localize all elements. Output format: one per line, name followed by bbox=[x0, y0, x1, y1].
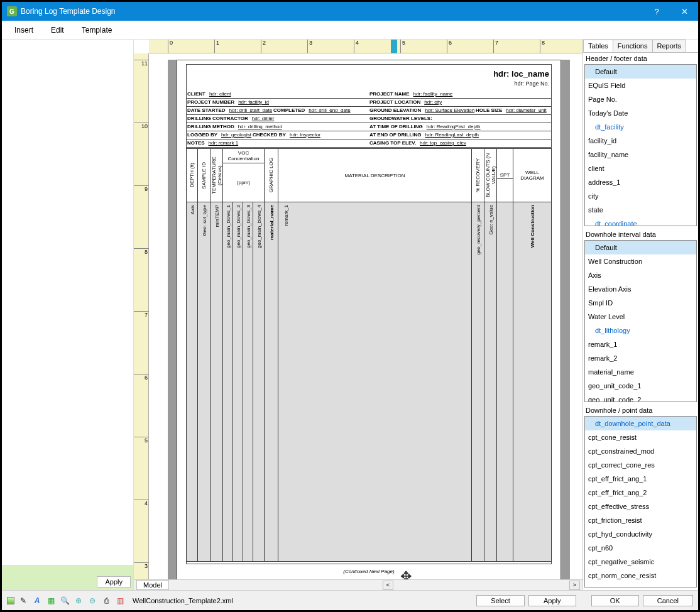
list-item[interactable]: cpt_eff_frict_ang_2 bbox=[585, 486, 696, 500]
header-loc-name: hdr: loc_name bbox=[493, 69, 549, 79]
window-title: Boring Log Template Design bbox=[21, 7, 643, 16]
column-headers: DEPTH (ft) SAMPLE ID TEMPERATURE (Celsiu… bbox=[186, 148, 552, 202]
list-item[interactable]: remark_1 bbox=[585, 337, 696, 351]
list-item[interactable]: state bbox=[585, 203, 696, 217]
model-tab[interactable]: Model bbox=[136, 580, 169, 590]
tab-reports[interactable]: Reports bbox=[652, 40, 687, 52]
list-item[interactable]: cpt_cone_resist bbox=[585, 430, 696, 444]
titlebar: G Boring Log Template Design ? ✕ bbox=[2, 2, 698, 21]
list-item[interactable]: remark_2 bbox=[585, 351, 696, 365]
ruler-vertical: 11109876543 bbox=[134, 53, 149, 579]
cursor-crosshair: ✥ bbox=[400, 569, 412, 579]
list-item[interactable]: EQuIS Field bbox=[585, 79, 696, 92]
panel-title-dp: Downhole / point data bbox=[583, 405, 698, 416]
list-item[interactable]: client bbox=[585, 161, 696, 175]
apply-button[interactable]: Apply bbox=[528, 595, 576, 606]
list-item[interactable]: dt_lithology bbox=[585, 324, 696, 337]
tool-zoom-icon[interactable]: 🔍 bbox=[60, 596, 70, 606]
help-button[interactable]: ? bbox=[643, 2, 670, 21]
log-body: Axis Geo: sol_type minTEMP geo_main_blow… bbox=[186, 202, 552, 562]
list-item[interactable]: Well Construction bbox=[585, 254, 696, 268]
menu-edit[interactable]: Edit bbox=[42, 23, 73, 37]
list-item[interactable]: dt_coordinate bbox=[585, 217, 696, 226]
template-page[interactable]: hdr: loc_name hdr: Page No. CLIENThdr: c… bbox=[177, 60, 561, 579]
list-item[interactable]: material_name bbox=[585, 365, 696, 379]
header-page-no: hdr: Page No. bbox=[514, 80, 549, 87]
list-item[interactable]: Default bbox=[585, 241, 696, 254]
filename-label: WellConstruction_Template2.xml bbox=[133, 597, 233, 604]
list-item[interactable]: cpt_hyd_conductivity bbox=[585, 527, 696, 541]
panel-title-hf: Header / footer data bbox=[583, 53, 698, 64]
list-item[interactable]: cpt_norm_cone_resist bbox=[585, 569, 696, 582]
scroll-left[interactable]: < bbox=[383, 581, 393, 590]
list-item[interactable]: city bbox=[585, 189, 696, 203]
list-header-footer[interactable]: DefaultEQuIS FieldPage No.Today's Datedt… bbox=[584, 64, 697, 226]
list-item[interactable]: facility_name bbox=[585, 148, 696, 161]
list-item[interactable]: cpt_negative_seismic bbox=[585, 555, 696, 569]
left-apply-button[interactable]: Apply bbox=[97, 576, 131, 587]
app-icon: G bbox=[7, 6, 17, 16]
list-item[interactable]: Page No. bbox=[585, 92, 696, 106]
tab-tables[interactable]: Tables bbox=[583, 40, 613, 52]
list-item[interactable]: cpt_n60 bbox=[585, 541, 696, 555]
select-button[interactable]: Select bbox=[476, 595, 525, 606]
tool-zoom-in-icon[interactable]: ⊕ bbox=[74, 596, 84, 606]
list-downhole-interval[interactable]: DefaultWell ConstructionAxisElevation Ax… bbox=[584, 240, 697, 402]
ok-button[interactable]: OK bbox=[591, 595, 639, 606]
list-item[interactable]: cpt_constrained_mod bbox=[585, 444, 696, 458]
list-item[interactable]: geo_unit_code_2 bbox=[585, 393, 696, 402]
list-item[interactable]: dt_downhole_point_data bbox=[585, 417, 696, 430]
list-item[interactable]: Axis bbox=[585, 268, 696, 282]
tool-align-icon[interactable]: ⎙ bbox=[101, 596, 111, 606]
list-item[interactable]: Default bbox=[585, 65, 696, 79]
menu-insert[interactable]: Insert bbox=[6, 23, 42, 37]
tool-text-icon[interactable]: A bbox=[32, 596, 42, 606]
list-item[interactable]: cpt_effective_stress bbox=[585, 500, 696, 513]
ruler-horizontal: 012345678 bbox=[149, 40, 582, 53]
list-item[interactable]: dt_facility bbox=[585, 120, 696, 134]
tool-zoom-out-icon[interactable]: ⊖ bbox=[87, 596, 97, 606]
list-item[interactable]: Water Level bbox=[585, 310, 696, 324]
list-item[interactable]: cpt_correct_cone_res bbox=[585, 458, 696, 472]
tool-chart-icon[interactable]: ▥ bbox=[115, 596, 125, 606]
list-item[interactable]: cpt_eff_frict_ang_1 bbox=[585, 472, 696, 486]
list-item[interactable]: Smpl ID bbox=[585, 296, 696, 310]
panel-title-di: Downhole interval data bbox=[583, 229, 698, 240]
header-fields: CLIENThdr: clientPROJECT NAMEhdr: facili… bbox=[186, 90, 552, 148]
cancel-button[interactable]: Cancel bbox=[643, 595, 693, 606]
left-panel: Apply bbox=[2, 40, 134, 590]
tool-rect-icon[interactable] bbox=[7, 597, 14, 604]
list-item[interactable]: facility_id bbox=[585, 134, 696, 148]
menubar: Insert Edit Template bbox=[2, 21, 698, 40]
menu-template[interactable]: Template bbox=[73, 23, 121, 37]
tool-grid-icon[interactable]: ▦ bbox=[46, 596, 56, 606]
right-panel: Tables Functions Reports Header / footer… bbox=[582, 40, 698, 590]
list-downhole-point[interactable]: dt_downhole_point_datacpt_cone_resistcpt… bbox=[584, 416, 697, 587]
status-bar: ✎ A ▦ 🔍 ⊕ ⊖ ⎙ ▥ WellConstruction_Templat… bbox=[2, 590, 698, 610]
tool-pencil-icon[interactable]: ✎ bbox=[18, 596, 28, 606]
list-item[interactable]: Elevation Axis bbox=[585, 282, 696, 296]
list-item[interactable]: address_1 bbox=[585, 175, 696, 189]
scroll-right[interactable]: > bbox=[569, 581, 580, 590]
close-button[interactable]: ✕ bbox=[670, 2, 698, 21]
list-item[interactable]: cpt_friction_resist bbox=[585, 513, 696, 527]
tab-functions[interactable]: Functions bbox=[613, 40, 653, 52]
continued-text: (Continued Next Page) bbox=[177, 569, 561, 574]
list-item[interactable]: Today's Date bbox=[585, 106, 696, 120]
bottom-tab-bar: Model < > bbox=[134, 579, 582, 590]
list-item[interactable]: geo_unit_code_1 bbox=[585, 379, 696, 393]
canvas[interactable]: hdr: loc_name hdr: Page No. CLIENThdr: c… bbox=[149, 53, 582, 579]
